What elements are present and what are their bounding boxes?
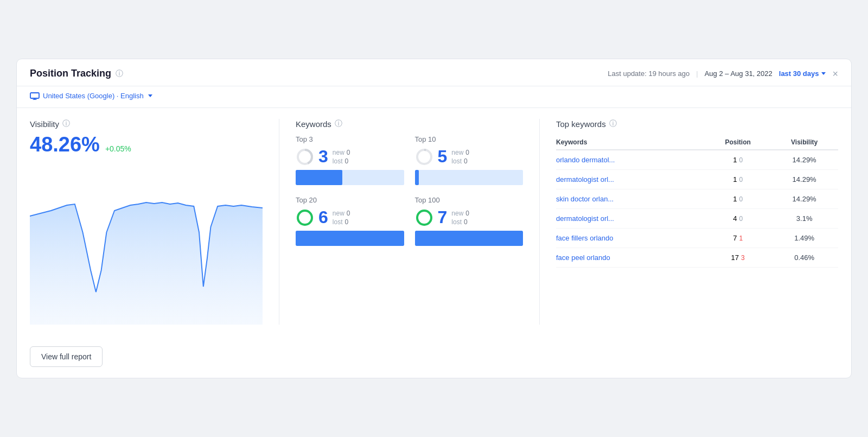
chart-area-fill [30,202,263,325]
position-value-1: 1 0 [705,175,770,183]
last-update-text: Last update: 19 hours ago [608,69,690,78]
cell-position-0: 1 0 [705,150,770,170]
position-number-4: 7 [733,234,737,242]
keywords-section: Keywords ⓘ Top 3 3 new 0 lost 0 [279,119,540,325]
keyword-new-top20: new 0 [333,210,350,217]
keyword-group-top10: Top 10 5 new 0 lost 0 [415,135,524,185]
visibility-info-icon[interactable]: ⓘ [62,119,70,129]
progress-bar-top100 [415,231,524,246]
progress-bar-fill-top100 [415,231,524,246]
cell-keyword-0: orlando dermatol... [556,150,705,170]
keyword-group-title-top10: Top 10 [415,135,524,143]
cell-position-3: 4 0 [705,209,770,229]
keywords-info-icon[interactable]: ⓘ [335,119,342,129]
cell-visibility-5: 0.46% [770,248,838,268]
col-visibility: Visibility [770,135,838,150]
visibility-section: Visibility ⓘ 48.26% +0.05% [30,119,279,325]
position-number-5: 17 [731,254,739,262]
keyword-count-top100: 7 [438,207,448,227]
progress-bar-fill-top10 [415,170,419,185]
view-full-report-button[interactable]: View full report [30,346,103,367]
position-change-3: 0 [739,215,743,223]
card-title: Position Tracking [30,68,111,79]
table-row: face peel orlando 17 3 0.46% [556,248,838,268]
keyword-link-4[interactable]: face fillers orlando [556,234,614,242]
date-range-text: Aug 2 – Aug 31, 2022 [705,69,773,78]
visibility-chart-svg [30,162,263,325]
keyword-group-title-top20: Top 20 [296,196,404,204]
keyword-new-top3: new 0 [333,149,350,156]
visibility-value-row: 48.26% +0.05% [30,133,263,156]
keyword-link-3[interactable]: dermatologist orl... [556,214,614,223]
keyword-count-top20: 6 [318,207,328,227]
cell-keyword-5: face peel orlando [556,248,705,268]
cell-position-1: 1 0 [705,170,770,189]
cell-keyword-4: face fillers orlando [556,229,705,248]
keyword-meta-top100: new 0 lost 0 [451,210,469,226]
keyword-count-row-top10: 5 new 0 lost 0 [415,147,524,167]
table-header-row: Keywords Position Visibility [556,135,838,150]
location-selector[interactable]: United States (Google) · English [30,92,838,100]
position-number-0: 1 [733,156,737,164]
top-keywords-section: Top keywords ⓘ Keywords Position Visibil… [540,119,838,325]
progress-bar-fill-top20 [296,231,404,246]
card-body: Visibility ⓘ 48.26% +0.05% [17,108,851,335]
position-value-0: 1 0 [705,156,770,164]
svg-point-10 [417,211,431,225]
top-keywords-info-icon[interactable]: ⓘ [609,119,617,129]
keyword-new-top10: new 0 [451,149,469,156]
progress-bar-fill-top3 [296,170,342,185]
cell-visibility-4: 1.49% [770,229,838,248]
visibility-section-title: Visibility ⓘ [30,119,263,129]
progress-bar-top20 [296,231,404,246]
donut-icon-top10 [415,148,433,166]
position-number-1: 1 [733,175,737,183]
position-change-0: 0 [739,156,743,164]
visibility-label: Visibility [30,119,59,129]
keywords-section-title: Keywords ⓘ [296,119,523,129]
location-text: United States (Google) · English [43,92,144,100]
visibility-change: +0.05% [105,144,131,153]
keyword-meta-top10: new 0 lost 0 [451,149,469,165]
cell-keyword-3: dermatologist orl... [556,209,705,229]
cell-visibility-2: 14.29% [770,189,838,209]
keyword-link-0[interactable]: orlando dermatol... [556,156,615,164]
cell-keyword-2: skin doctor orlan... [556,189,705,209]
keyword-group-top20: Top 20 6 new 0 lost 0 [296,196,404,246]
top-keywords-section-title: Top keywords ⓘ [556,119,838,129]
keyword-link-1[interactable]: dermatologist orl... [556,175,614,183]
cell-position-2: 1 0 [705,189,770,209]
period-chevron-icon [821,72,826,75]
title-info-icon[interactable]: ⓘ [116,69,123,79]
progress-bar-top10 [415,170,524,185]
card-footer: View full report [17,335,851,378]
svg-rect-0 [30,93,39,98]
card-header: Position Tracking ⓘ Last update: 19 hour… [17,59,851,86]
keyword-lost-top10: lost 0 [451,157,469,165]
keywords-grid: Top 3 3 new 0 lost 0 Top 10 [296,135,523,246]
keyword-meta-top20: new 0 lost 0 [333,210,350,226]
col-position: Position [705,135,770,150]
top-keywords-label: Top keywords [556,119,606,129]
cell-visibility-1: 14.29% [770,170,838,189]
table-row: dermatologist orl... 4 0 3.1% [556,209,838,229]
keyword-lost-top20: lost 0 [333,218,350,226]
donut-icon-top100 [415,208,433,227]
keyword-link-5[interactable]: face peel orlando [556,254,610,262]
header-right: Last update: 19 hours ago | Aug 2 – Aug … [608,69,838,79]
keyword-lost-top3: lost 0 [333,157,350,165]
close-button[interactable]: × [832,69,838,79]
location-chevron-icon [148,94,152,97]
donut-icon-top3 [296,148,314,166]
position-change-5: 3 [741,254,745,262]
keyword-lost-top100: lost 0 [451,218,469,226]
position-change-2: 0 [739,195,743,203]
cell-position-5: 17 3 [705,248,770,268]
period-selector[interactable]: last 30 days [779,69,826,78]
svg-point-5 [417,150,431,164]
table-row: orlando dermatol... 1 0 14.29% [556,150,838,170]
position-value-5: 17 3 [705,254,770,262]
keyword-link-2[interactable]: skin doctor orlan... [556,195,614,203]
progress-bar-top3 [296,170,404,185]
position-number-2: 1 [733,195,737,203]
